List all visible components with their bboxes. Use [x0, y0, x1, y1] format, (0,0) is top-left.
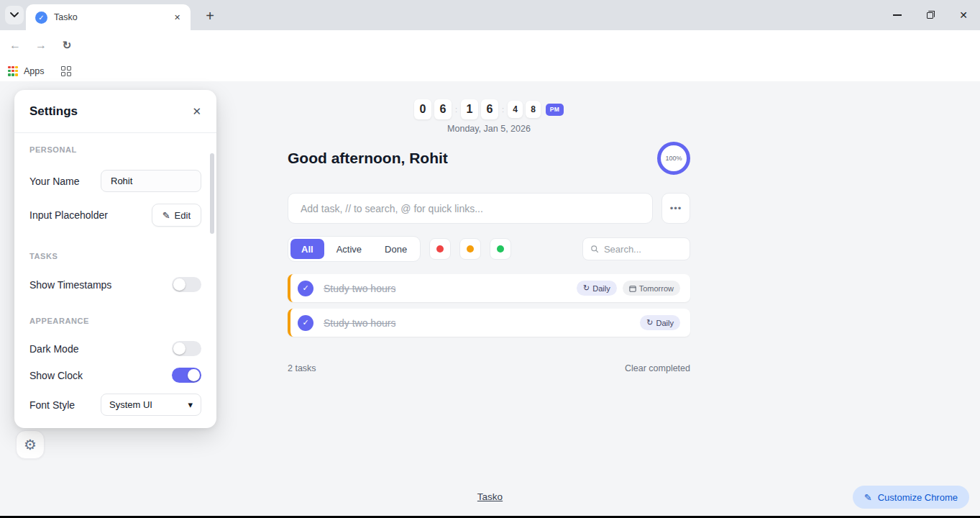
apps-grid-icon[interactable]: [8, 66, 18, 76]
color-filter-amber-button[interactable]: [459, 238, 481, 260]
clock-second-digit: 8: [526, 101, 541, 118]
search-icon: [590, 244, 599, 254]
clock-colon: :: [502, 105, 504, 114]
chevron-down-icon: [10, 12, 19, 18]
grid-bookmark-icon[interactable]: [61, 66, 71, 76]
edit-placeholder-button[interactable]: ✎Edit: [152, 204, 201, 227]
filter-done-button[interactable]: Done: [374, 239, 418, 259]
show-clock-toggle[interactable]: [172, 368, 201, 383]
reload-button[interactable]: ↻: [56, 30, 78, 60]
meridiem-badge: PM: [546, 104, 564, 116]
edit-pencil-icon: ✎: [162, 210, 170, 221]
show-timestamps-toggle[interactable]: [172, 277, 201, 292]
minimize-icon: [893, 14, 902, 15]
task-checkbox[interactable]: ✓: [298, 315, 313, 331]
color-filter-red-button[interactable]: [429, 238, 451, 260]
badge-label: Tomorrow: [639, 284, 674, 293]
minimize-button[interactable]: [881, 0, 914, 30]
clear-completed-button[interactable]: Clear completed: [625, 363, 690, 373]
tab-strip: ✓ Tasko ✕ + ✕: [0, 0, 980, 30]
tomorrow-badge: Tomorrow: [623, 281, 680, 296]
task-row[interactable]: ✓ Study two hours ↻Daily: [288, 309, 690, 337]
clock-digit: 0: [414, 99, 431, 119]
amber-dot-icon: [467, 245, 474, 253]
more-options-button[interactable]: •••: [661, 193, 690, 224]
add-task-input[interactable]: [288, 193, 653, 224]
red-dot-icon: [436, 245, 444, 253]
task-checkbox[interactable]: ✓: [298, 281, 313, 296]
greeting-heading: Good afternoon, Rohit: [288, 150, 448, 167]
close-icon: ✕: [959, 9, 968, 21]
settings-close-icon[interactable]: ✕: [192, 105, 201, 118]
filter-segmented-control: All Active Done: [288, 236, 421, 262]
task-list: ✓ Study two hours ↻Daily Tomorrow ✓ Stud…: [288, 274, 690, 337]
calendar-icon: [629, 285, 636, 292]
badge-label: Daily: [592, 284, 610, 293]
filter-active-button[interactable]: Active: [326, 239, 372, 259]
clock-digit: 1: [461, 99, 478, 119]
page-footer: Tasko: [0, 490, 980, 503]
tab-close-icon[interactable]: ✕: [171, 12, 183, 24]
apps-bookmark-label[interactable]: Apps: [24, 66, 45, 76]
daily-badge: ↻Daily: [577, 281, 617, 296]
clock: 0 6 : 1 6 : 4 8 PM: [288, 99, 690, 119]
task-title: Study two hours: [324, 283, 395, 294]
window-controls: ✕: [881, 0, 980, 30]
close-window-button[interactable]: ✕: [947, 0, 980, 30]
daily-badge: ↻Daily: [640, 315, 680, 330]
refresh-icon: ↻: [583, 284, 590, 292]
refresh-icon: ↻: [646, 319, 653, 327]
task-row[interactable]: ✓ Study two hours ↻Daily Tomorrow: [288, 274, 690, 302]
input-placeholder-label: Input Placeholder: [29, 209, 108, 221]
settings-title: Settings: [29, 104, 78, 119]
settings-scrollbar[interactable]: [210, 153, 214, 234]
select-chevron-icon: ▾: [188, 399, 193, 410]
customize-chrome-button[interactable]: ✎ Customize Chrome: [853, 486, 969, 509]
customize-chrome-label: Customize Chrome: [878, 492, 958, 503]
clock-second-digit: 4: [508, 101, 523, 118]
edit-button-label: Edit: [175, 210, 191, 221]
font-style-select[interactable]: System UI▾: [101, 394, 201, 416]
dark-mode-label: Dark Mode: [29, 343, 78, 355]
color-filter-green-button[interactable]: [490, 238, 511, 260]
pencil-icon: ✎: [864, 492, 872, 503]
clock-colon: :: [455, 105, 457, 114]
back-button[interactable]: ←: [4, 30, 26, 60]
task-search-box[interactable]: [582, 237, 690, 260]
font-style-value: System UI: [109, 399, 152, 410]
maximize-button[interactable]: [914, 0, 947, 30]
task-count: 2 tasks: [288, 363, 316, 373]
forward-button[interactable]: →: [30, 30, 52, 60]
date-line: Monday, Jan 5, 2026: [288, 124, 690, 134]
show-timestamps-label: Show Timestamps: [29, 279, 111, 291]
section-personal: PERSONAL: [29, 145, 201, 154]
restore-icon: [927, 12, 934, 19]
your-name-input[interactable]: [101, 170, 201, 192]
tab-search-button[interactable]: [5, 6, 24, 24]
task-search-input[interactable]: [604, 244, 682, 255]
task-title: Study two hours: [324, 317, 395, 329]
tasko-favicon-icon: ✓: [35, 12, 47, 24]
progress-ring: 100%: [657, 142, 690, 175]
clock-digit: 6: [481, 99, 498, 119]
show-clock-label: Show Clock: [29, 370, 83, 381]
screen: ✓ Tasko ✕ + ✕ ← → ↻ Search Google or typ…: [0, 0, 980, 518]
filter-all-button[interactable]: All: [290, 239, 324, 259]
tab-title: Tasko: [54, 12, 171, 22]
new-tab-button[interactable]: +: [201, 6, 219, 25]
bookmarks-bar: Apps: [0, 60, 980, 81]
your-name-label: Your Name: [29, 176, 80, 187]
green-dot-icon: [497, 245, 504, 253]
browser-toolbar: ← → ↻ Search Google or type a URL ☆ ✓ R …: [0, 30, 980, 60]
tasko-footer-link[interactable]: Tasko: [477, 491, 503, 502]
badge-label: Daily: [656, 319, 674, 327]
dark-mode-toggle[interactable]: [172, 341, 201, 356]
section-appearance: APPEARANCE: [29, 317, 201, 325]
progress-value: 100%: [665, 155, 682, 162]
settings-panel: Settings ✕ PERSONAL Your Name Input Plac…: [14, 90, 216, 428]
font-style-label: Font Style: [29, 399, 75, 411]
section-tasks: TASKS: [29, 252, 201, 260]
clock-digit: 6: [434, 99, 452, 119]
browser-tab[interactable]: ✓ Tasko ✕: [26, 4, 191, 30]
